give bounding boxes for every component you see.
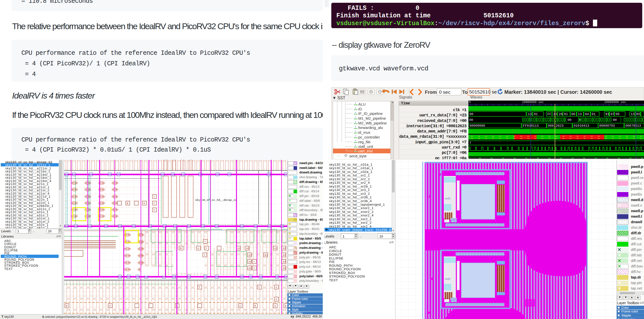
svg-text:A1: A1: [274, 247, 277, 250]
svg-text:DIODE: DIODE: [71, 182, 78, 185]
svg-text:A2: A2: [249, 260, 252, 263]
svg-text:00078513: 00078513: [625, 124, 641, 128]
svg-text:VPB: VPB: [228, 174, 231, 175]
svg-text:B: B: [285, 305, 286, 307]
svg-text:00000793: 00000793: [599, 124, 615, 128]
svg-text:A: A: [274, 305, 276, 307]
svg-text:VPB: VPB: [173, 276, 176, 278]
svg-text:DIODE: DIODE: [112, 209, 118, 211]
svg-text:X: X: [275, 286, 277, 289]
svg-text:VPB: VPB: [241, 225, 244, 227]
svg-text:00: 00: [613, 118, 617, 122]
svg-text:VPB: VPB: [109, 174, 111, 175]
svg-text:B: B: [180, 247, 182, 250]
svg-text:01: 01: [592, 112, 596, 116]
svg-text:A2: A2: [283, 260, 286, 263]
svg-text:VPB: VPB: [260, 276, 262, 278]
svg-text:VPB: VPB: [172, 174, 174, 175]
svg-text:01010413: 01010413: [574, 124, 589, 128]
svg-text:13: 13: [631, 112, 635, 116]
svg-text:+: +: [579, 118, 581, 122]
svg-text:04: 04: [585, 112, 589, 116]
svg-text:VPB: VPB: [174, 225, 177, 227]
svg-text:DIODE: DIODE: [112, 182, 118, 185]
svg-text:20000000 sec: 20000000 sec: [604, 101, 626, 104]
svg-text:VPB: VPB: [268, 225, 271, 227]
svg-text:X: X: [275, 298, 277, 301]
svg-text:Y: Y: [253, 267, 255, 270]
svg-text:00: 00: [469, 118, 473, 122]
svg-text:DIODE: DIODE: [71, 209, 78, 211]
svg-text:Y: Y: [204, 254, 205, 257]
svg-text:VPB: VPB: [202, 225, 205, 227]
svg-text:VPB: VPB: [145, 276, 148, 278]
svg-text:A2: A2: [246, 247, 249, 250]
svg-text:B: B: [127, 202, 128, 205]
svg-text:ssd1: ssd1: [445, 197, 451, 200]
svg-text:81: 81: [564, 112, 568, 116]
svg-text:VPB: VPB: [216, 276, 218, 278]
svg-text:VPB: VPB: [128, 276, 130, 278]
svg-text:B: B: [254, 305, 256, 307]
svg-text:A2: A2: [249, 267, 252, 270]
svg-text:VPB: VPB: [199, 174, 202, 175]
svg-text:VPB: VPB: [162, 174, 164, 175]
svg-text:DIODE: DIODE: [85, 182, 91, 185]
svg-text:A: A: [143, 202, 145, 205]
svg-text:00: 00: [568, 118, 572, 122]
svg-text:VPB: VPB: [65, 225, 68, 227]
svg-text:A: A: [197, 247, 199, 250]
svg-text:Y: Y: [153, 196, 155, 198]
svg-text:13: 13: [578, 112, 582, 116]
svg-text:00: 00: [571, 112, 575, 116]
svg-text:B: B: [66, 305, 67, 307]
svg-text:DIODE: DIODE: [71, 202, 78, 205]
svg-text:01: 01: [534, 112, 538, 116]
svg-text:sky130_ef_sc_hd__decap_12: sky130_ef_sc_hd__decap_12: [195, 199, 237, 202]
svg-text:VPB: VPB: [89, 225, 91, 227]
svg-text:Y: Y: [253, 260, 255, 263]
svg-text:A2: A2: [249, 254, 252, 257]
svg-text:DIODE: DIODE: [71, 196, 78, 198]
svg-text:93: 93: [605, 112, 609, 116]
svg-text:DIODE: DIODE: [124, 255, 131, 257]
svg-text:Y: Y: [153, 209, 155, 212]
svg-text:DIODE: DIODE: [124, 262, 131, 264]
svg-text:DIODE: DIODE: [85, 202, 91, 205]
svg-text:VPB: VPB: [204, 276, 207, 278]
svg-text:VPB: VPB: [241, 276, 244, 278]
svg-text:VPB: VPB: [216, 225, 218, 227]
svg-text:VPB: VPB: [75, 225, 77, 227]
svg-text:VPB: VPB: [285, 174, 288, 175]
svg-text:DIODE: DIODE: [85, 189, 91, 191]
svg-text:VPB: VPB: [182, 174, 185, 175]
svg-text:VPB: VPB: [188, 276, 191, 278]
svg-text:DIODE: DIODE: [124, 248, 131, 250]
svg-text:Y: Y: [153, 202, 155, 205]
svg-text:A2: A2: [283, 247, 286, 250]
svg-text:A2: A2: [283, 267, 286, 270]
svg-text:VPB: VPB: [268, 174, 270, 175]
svg-text:0: 0: [469, 101, 471, 104]
svg-text:VPB: VPB: [133, 225, 135, 227]
svg-text:DIODE: DIODE: [112, 215, 118, 218]
svg-text:VPB: VPB: [136, 276, 139, 278]
svg-text:FF: FF: [547, 112, 551, 116]
svg-text:DIODE: DIODE: [112, 196, 118, 198]
svg-text:Y: Y: [199, 286, 200, 289]
svg-text:DIODE: DIODE: [71, 189, 78, 191]
svg-text:VPB: VPB: [216, 174, 219, 175]
svg-text:85: 85: [636, 112, 640, 116]
svg-text:26: 26: [559, 112, 563, 116]
svg-text:00: 00: [469, 112, 473, 116]
svg-text:A: A: [239, 305, 241, 307]
svg-text:VPB: VPB: [65, 174, 68, 175]
svg-text:DIODE: DIODE: [85, 196, 91, 198]
svg-text:Y: Y: [204, 240, 206, 243]
svg-text:VPB: VPB: [188, 225, 191, 227]
svg-text:Y: Y: [258, 286, 260, 289]
svg-text:A1: A1: [237, 247, 240, 250]
svg-text:VPB: VPB: [163, 276, 166, 278]
svg-text:A: A: [109, 305, 111, 307]
svg-text:VPB: VPB: [73, 174, 76, 175]
